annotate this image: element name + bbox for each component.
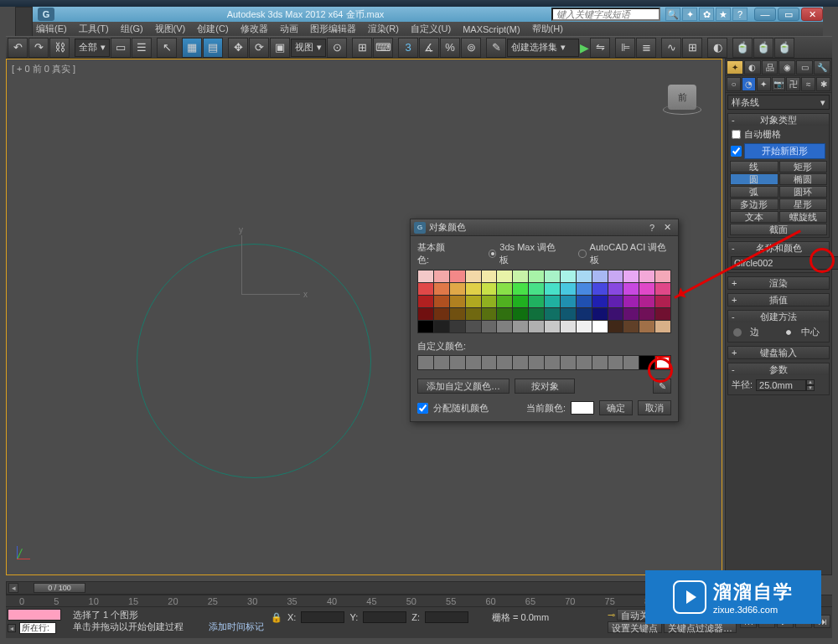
viewport-label[interactable]: [ + 0 前 0 真实 ] bbox=[12, 63, 75, 75]
menu-maxscript[interactable]: MAXScript(M) bbox=[463, 24, 520, 34]
shape-ngon-button[interactable]: 多边形 bbox=[730, 198, 779, 210]
align-icon[interactable]: ⊫ bbox=[615, 38, 635, 58]
palette-color-cell[interactable] bbox=[497, 321, 512, 332]
palette-color-cell[interactable] bbox=[577, 321, 592, 332]
tab-motion-icon[interactable]: ◉ bbox=[779, 60, 795, 75]
coord-y-input[interactable] bbox=[363, 611, 406, 623]
script-swatch[interactable] bbox=[8, 609, 61, 621]
menu-modifiers[interactable]: 修改器 bbox=[241, 23, 268, 35]
radius-input[interactable] bbox=[756, 379, 806, 391]
palette-color-cell[interactable] bbox=[639, 321, 654, 332]
custom-color-cell[interactable] bbox=[545, 356, 560, 369]
palette-color-cell[interactable] bbox=[529, 308, 544, 320]
quick-access-strip[interactable] bbox=[15, 7, 33, 37]
custom-color-cell[interactable] bbox=[434, 356, 449, 369]
assign-random-checkbox[interactable] bbox=[417, 403, 428, 414]
custom-color-cell[interactable] bbox=[608, 356, 623, 369]
palette-color-cell[interactable] bbox=[529, 321, 544, 332]
curve-editor-icon[interactable]: ∿ bbox=[661, 38, 681, 58]
layers-icon[interactable]: ≣ bbox=[636, 38, 656, 58]
time-slider-knob[interactable]: 0 / 100 bbox=[34, 583, 85, 593]
palette-color-cell[interactable] bbox=[545, 308, 560, 320]
palette-color-cell[interactable] bbox=[592, 321, 608, 332]
palette-color-cell[interactable] bbox=[561, 283, 576, 295]
palette-color-cell[interactable] bbox=[497, 296, 512, 307]
palette-color-cell[interactable] bbox=[450, 270, 465, 282]
tab-modify-icon[interactable]: ◐ bbox=[744, 60, 761, 75]
palette-color-cell[interactable] bbox=[450, 283, 465, 295]
tab-create-icon[interactable]: ✦ bbox=[727, 60, 743, 75]
shape-donut-button[interactable]: 圆环 bbox=[779, 186, 828, 198]
palette-color-cell[interactable] bbox=[482, 270, 497, 282]
viewcube[interactable]: 前 bbox=[668, 85, 696, 110]
percent-snap-icon[interactable]: % bbox=[440, 38, 460, 58]
rollout-header[interactable]: +渲染 bbox=[728, 277, 829, 289]
palette-color-cell[interactable] bbox=[466, 321, 481, 332]
palette-color-cell[interactable] bbox=[592, 283, 608, 295]
palette-color-cell[interactable] bbox=[482, 296, 497, 307]
menu-views[interactable]: 视图(V) bbox=[155, 23, 186, 35]
palette-color-cell[interactable] bbox=[545, 283, 560, 295]
coord-z-input[interactable] bbox=[425, 611, 468, 623]
dialog-close-icon[interactable]: ✕ bbox=[660, 222, 675, 233]
shape-helix-button[interactable]: 螺旋线 bbox=[779, 211, 828, 223]
cancel-button[interactable]: 取消 bbox=[638, 400, 671, 415]
palette-color-cell[interactable] bbox=[466, 296, 481, 307]
palette-color-cell[interactable] bbox=[608, 270, 623, 282]
palette-color-cell[interactable] bbox=[592, 296, 608, 307]
custom-color-cell-white[interactable] bbox=[655, 356, 670, 369]
palette-color-cell[interactable] bbox=[434, 308, 449, 320]
script-prev-icon[interactable]: ◂ bbox=[8, 624, 16, 632]
palette-color-cell[interactable] bbox=[561, 308, 576, 320]
radio-3dsmax-palette[interactable] bbox=[489, 250, 497, 258]
schematic-view-icon[interactable]: ⊞ bbox=[682, 38, 702, 58]
rollout-header[interactable]: +插值 bbox=[728, 294, 829, 306]
menu-animation[interactable]: 动画 bbox=[280, 23, 298, 35]
add-time-tag-button[interactable]: 添加时间标记 bbox=[209, 621, 264, 633]
palette-color-cell[interactable] bbox=[561, 296, 576, 307]
add-custom-color-button[interactable]: 添加自定义颜色… bbox=[417, 379, 510, 394]
rollout-header[interactable]: -对象类型 bbox=[728, 114, 829, 126]
tab-utilities-icon[interactable]: 🔧 bbox=[814, 60, 830, 75]
palette-color-cell[interactable] bbox=[529, 270, 544, 282]
palette-color-cell[interactable] bbox=[608, 283, 623, 295]
palette-color-cell[interactable] bbox=[623, 296, 639, 307]
cat-shapes-icon[interactable]: ◔ bbox=[742, 77, 756, 91]
render-icon[interactable]: 🍵 bbox=[774, 38, 794, 58]
palette-color-cell[interactable] bbox=[513, 283, 528, 295]
radio-aci-palette[interactable] bbox=[578, 250, 587, 258]
palette-color-cell[interactable] bbox=[545, 296, 560, 307]
palette-color-cell[interactable] bbox=[577, 308, 592, 320]
subscription-icon[interactable]: ✦ bbox=[682, 8, 697, 21]
shape-rectangle-button[interactable]: 矩形 bbox=[779, 161, 828, 173]
material-editor-icon[interactable]: ◐ bbox=[707, 38, 727, 58]
link-icon[interactable]: ⛓ bbox=[49, 38, 70, 58]
palette-color-cell[interactable] bbox=[639, 308, 654, 320]
keyboard-shortcut-icon[interactable]: ⌨ bbox=[373, 38, 393, 58]
custom-color-cell[interactable] bbox=[482, 356, 497, 369]
palette-color-cell[interactable] bbox=[482, 321, 497, 332]
palette-color-cell[interactable] bbox=[655, 308, 670, 320]
palette-color-cell[interactable] bbox=[434, 270, 449, 282]
custom-color-cell[interactable] bbox=[466, 356, 481, 369]
palette-color-cell[interactable] bbox=[639, 283, 654, 295]
cat-helpers-icon[interactable]: 卍 bbox=[786, 77, 800, 91]
angle-snap-icon[interactable]: ∡ bbox=[419, 38, 439, 58]
shape-line-button[interactable]: 线 bbox=[730, 161, 779, 173]
palette-color-cell[interactable] bbox=[545, 270, 560, 282]
palette-color-cell[interactable] bbox=[418, 270, 433, 282]
cat-geometry-icon[interactable]: ○ bbox=[727, 77, 741, 91]
palette-color-cell[interactable] bbox=[482, 283, 497, 295]
startnew-checkbox[interactable] bbox=[731, 146, 742, 157]
custom-color-cell[interactable] bbox=[418, 356, 433, 369]
time-slider-prev-icon[interactable]: ◂ bbox=[8, 583, 18, 593]
palette-color-cell[interactable] bbox=[608, 308, 623, 320]
custom-color-cell-black[interactable] bbox=[639, 356, 654, 369]
select-icon[interactable]: ▭ bbox=[111, 38, 131, 58]
palette-color-cell[interactable] bbox=[623, 283, 639, 295]
coord-x-input[interactable] bbox=[301, 611, 344, 623]
radio-center[interactable] bbox=[784, 328, 793, 337]
shape-ellipse-button[interactable]: 椭圆 bbox=[779, 173, 828, 185]
menu-create[interactable]: 创建(C) bbox=[197, 23, 228, 35]
pivot-icon[interactable]: ⊙ bbox=[327, 38, 347, 58]
